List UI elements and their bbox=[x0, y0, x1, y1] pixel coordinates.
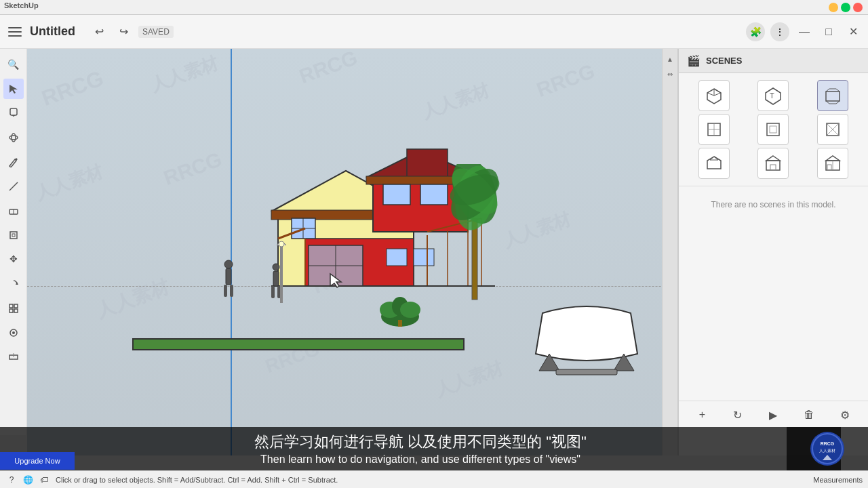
axis-line-vertical bbox=[231, 49, 232, 455]
svg-rect-85 bbox=[770, 126, 776, 133]
search-tool-button[interactable]: 🔍 bbox=[3, 54, 24, 75]
watermark-1: RRCG bbox=[39, 66, 107, 111]
extensions-button[interactable]: 🧩 bbox=[746, 22, 765, 41]
upgrade-now-button[interactable]: Upgrade Now bbox=[0, 452, 75, 470]
rotate-tool-button[interactable] bbox=[3, 274, 24, 294]
shrub-model bbox=[380, 293, 420, 327]
svg-rect-96 bbox=[827, 165, 831, 170]
svg-rect-35 bbox=[387, 249, 407, 266]
top-view-btn[interactable]: T bbox=[757, 80, 789, 111]
document-title: Untitled bbox=[30, 24, 84, 39]
svg-marker-91 bbox=[766, 156, 780, 161]
svg-marker-0 bbox=[9, 85, 18, 94]
svg-text:T: T bbox=[770, 92, 774, 100]
svg-rect-13 bbox=[9, 309, 13, 312]
add-scene-button[interactable]: + bbox=[692, 405, 711, 424]
svg-rect-31 bbox=[420, 184, 448, 205]
svg-rect-36 bbox=[414, 249, 434, 266]
svg-rect-11 bbox=[9, 304, 13, 308]
svg-line-71 bbox=[714, 93, 721, 96]
window-close-btn[interactable]: ✕ bbox=[844, 22, 863, 41]
status-bar: ? 🌐 🏷 Click or drag to select objects. S… bbox=[0, 470, 868, 488]
side-view-btn[interactable] bbox=[757, 114, 789, 145]
svg-rect-92 bbox=[766, 161, 780, 170]
svg-text:✥: ✥ bbox=[9, 254, 18, 264]
svg-rect-51 bbox=[271, 286, 275, 298]
svg-rect-47 bbox=[224, 285, 227, 297]
tag-icon[interactable]: 🏷 bbox=[38, 474, 50, 486]
svg-rect-7 bbox=[10, 232, 17, 239]
offset-tool-button[interactable] bbox=[3, 225, 24, 245]
scenes-empty-message: There are no scenes in this model. bbox=[679, 186, 868, 223]
redo-button[interactable]: ↪ bbox=[114, 22, 133, 41]
ground-plane bbox=[132, 338, 465, 350]
line-tool-button[interactable] bbox=[3, 176, 24, 197]
watermark-8: 人人素材 bbox=[93, 274, 173, 324]
lamp-post bbox=[275, 239, 288, 306]
save-status: SAVED bbox=[138, 26, 174, 38]
svg-line-70 bbox=[707, 93, 714, 96]
menu-button[interactable] bbox=[5, 22, 24, 41]
minimize-button[interactable] bbox=[829, 3, 838, 12]
svg-rect-59 bbox=[280, 245, 283, 303]
undo-button[interactable]: ↩ bbox=[90, 22, 108, 41]
orbit-tool-button[interactable] bbox=[3, 127, 24, 148]
refresh-scene-button[interactable]: ↻ bbox=[728, 405, 747, 424]
logo-circle: RRCG 人人素材 bbox=[810, 432, 844, 466]
back-view-btn[interactable] bbox=[817, 114, 848, 145]
svg-rect-48 bbox=[230, 285, 233, 297]
follow-me-tool-button[interactable] bbox=[3, 323, 24, 343]
status-message: Click or drag to select objects. Shift =… bbox=[56, 476, 808, 484]
scenes-panel-title: SCENES bbox=[706, 56, 742, 66]
view-strip-top[interactable]: ▲ bbox=[664, 53, 676, 65]
watermark-2: 人人素材 bbox=[147, 51, 222, 97]
scenes-panel-header: 🎬 SCENES bbox=[679, 49, 868, 73]
view-strip-expand[interactable]: ⇔ bbox=[664, 68, 676, 80]
svg-line-4 bbox=[9, 182, 18, 190]
front-view-btn[interactable] bbox=[698, 114, 730, 145]
scenes-panel-icon: 🎬 bbox=[687, 54, 701, 67]
section-plane-button[interactable] bbox=[3, 347, 24, 367]
svg-point-3 bbox=[12, 134, 16, 142]
window-minimize-btn[interactable]: — bbox=[795, 22, 814, 41]
watermark-7: RRCG bbox=[161, 148, 225, 190]
help-icon[interactable]: ? bbox=[5, 474, 18, 486]
house-iso-btn[interactable] bbox=[698, 148, 730, 179]
scenes-bottom-toolbar: + ↻ ▶ 🗑 ⚙ bbox=[679, 401, 868, 428]
component-tool-button[interactable] bbox=[3, 298, 24, 319]
eraser-tool-button[interactable] bbox=[3, 201, 24, 221]
toolbar-right: 🧩 ⋮ — □ ✕ bbox=[746, 22, 863, 41]
close-button[interactable] bbox=[853, 3, 863, 12]
window-controls bbox=[829, 3, 863, 12]
house-front-btn[interactable] bbox=[757, 148, 789, 179]
title-bar: SketchUp bbox=[0, 0, 868, 15]
scene-settings-button[interactable]: ⚙ bbox=[835, 405, 854, 424]
perspective-view-btn[interactable] bbox=[817, 80, 848, 111]
svg-rect-46 bbox=[226, 268, 231, 285]
watermark-5: RRCG bbox=[534, 60, 598, 102]
globe-icon[interactable]: 🌐 bbox=[22, 474, 34, 486]
iso-view-btn[interactable] bbox=[698, 80, 730, 111]
watermark-6: 人人素材 bbox=[32, 159, 106, 205]
view-icons-grid: T bbox=[679, 73, 868, 186]
view-strip: ▲ ⇔ bbox=[662, 49, 678, 455]
svg-point-45 bbox=[224, 260, 233, 268]
pencil-tool-button[interactable] bbox=[3, 152, 24, 172]
select-tool-button[interactable] bbox=[3, 79, 24, 99]
svg-rect-93 bbox=[770, 165, 776, 170]
measurements-label: Measurements bbox=[813, 476, 863, 484]
bathtub-shape bbox=[529, 293, 644, 381]
paint-tool-button[interactable] bbox=[3, 103, 24, 123]
delete-scene-button[interactable]: 🗑 bbox=[800, 405, 818, 424]
svg-rect-53 bbox=[472, 218, 477, 300]
move-tool-button[interactable]: ✥ bbox=[3, 249, 24, 270]
maximize-button[interactable] bbox=[841, 3, 850, 12]
house-side-btn[interactable] bbox=[817, 148, 848, 179]
svg-rect-12 bbox=[14, 304, 18, 308]
more-options-button[interactable]: ⋮ bbox=[770, 22, 789, 41]
svg-rect-30 bbox=[383, 184, 410, 205]
window-maximize-btn[interactable]: □ bbox=[819, 22, 838, 41]
play-scene-button[interactable]: ▶ bbox=[764, 405, 783, 424]
svg-point-16 bbox=[12, 331, 15, 334]
svg-rect-66 bbox=[556, 369, 617, 375]
